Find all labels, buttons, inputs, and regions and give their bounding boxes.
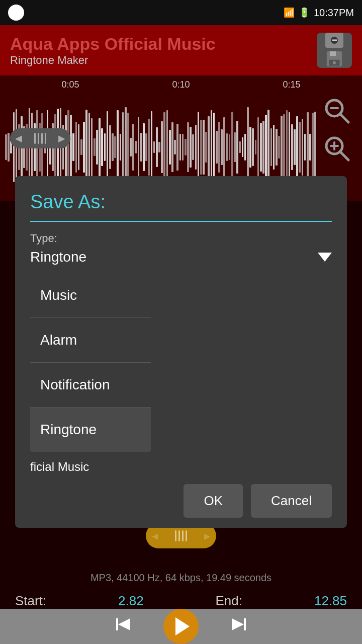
waveform-bar [190,127,192,168]
dialog-title: Save As: [30,191,332,213]
waveform-bar [247,107,249,187]
svg-marker-11 [116,618,118,630]
waveform-bar [231,112,233,182]
waveform-bar [166,110,168,185]
dropdown-item-ringtone[interactable]: Ringtone [30,408,151,452]
waveform-bar [289,112,291,182]
app-header: Aqua Apps Official Music Ringtone Maker … [0,25,362,75]
waveform-bar [72,133,74,161]
waveform-bar [252,128,254,166]
waveform-bar [267,110,269,184]
waveform-bar [304,134,306,160]
dropdown-arrow-icon [318,253,332,262]
waveform-bar [145,133,147,161]
floppy-disk-icon [323,50,345,68]
trim-info-bar: Start: 2.82 End: 12.85 [0,593,362,609]
waveform-bar [130,138,132,156]
waveform-bar [255,140,257,154]
waveform-bar [307,112,309,182]
waveform-bar [198,112,200,183]
waveform-bar [239,141,241,153]
play-button[interactable] [163,609,199,644]
waveform-bar [286,110,288,185]
scroll-handle-top[interactable]: ◀ ▶ [10,128,70,148]
waveform-bar [242,137,244,157]
waveform-bar [244,134,246,160]
type-selector[interactable]: Ringtone [30,249,332,265]
waveform-bar [205,132,207,163]
svg-marker-12 [118,618,130,630]
skip-previous-button[interactable] [113,614,133,639]
waveform-bar [216,131,218,163]
time-marker-3: 0:15 [283,79,300,90]
ok-button[interactable]: OK [184,484,243,518]
waveform-bar [99,118,101,176]
waveform-bar [138,117,140,177]
waveform-bar [85,110,87,185]
android-icon [8,5,24,21]
zoom-out-icon [323,97,351,125]
waveform-bar [127,113,129,182]
svg-line-10 [340,151,348,160]
waveform-bar [200,120,202,175]
start-value: 2.82 [118,593,144,609]
waveform-bar [273,125,275,170]
right-arrow-icon: ▶ [58,133,65,144]
waveform-bar [94,138,96,156]
waveform-bar [299,122,301,173]
waveform-bar [135,141,137,154]
waveform-bar [169,130,171,164]
waveform-bar [221,129,223,166]
dropdown-item-alarm[interactable]: Alarm [30,318,151,363]
waveform-bar [278,136,280,158]
waveform-bar [185,139,187,155]
waveform-bar [153,141,155,153]
end-label: End: [216,593,243,609]
zoom-out-button[interactable] [322,96,352,126]
play-icon [175,617,190,635]
type-dropdown-menu: Music Alarm Notification Ringtone [30,273,151,452]
waveform-bar [223,117,225,177]
status-bar: 📶 🔋 10:37PM [0,0,362,25]
cancel-button[interactable]: Cancel [251,484,332,518]
waveform-bar [67,110,69,184]
dropdown-item-music[interactable]: Music [30,273,151,318]
waveform-bar [13,112,15,182]
waveform-bar [88,113,90,182]
svg-rect-1 [330,51,336,56]
waveform-bar [120,134,122,160]
waveform-bar [276,129,278,166]
android-logo [8,5,24,21]
waveform-bar [302,119,304,176]
dialog-buttons: OK Cancel [30,484,332,518]
battery-icon: 🔋 [299,7,310,18]
waveform-bar [78,124,80,170]
svg-point-3 [333,61,336,64]
waveform-bar [156,127,158,167]
waveform-bar [151,111,153,183]
waveform-bar [70,115,72,180]
waveform-bar [5,134,7,160]
waveform-bar [309,134,311,160]
waveform-bar [8,133,10,161]
waveform-bar [281,116,283,179]
waveform-bar [211,110,213,185]
time-ruler: 0:05 0:10 0:15 [0,79,362,90]
waveform-bar [96,130,98,165]
waveform-bar [107,111,109,183]
dropdown-item-notification[interactable]: Notification [30,363,151,408]
waveform-bar [257,117,259,177]
waveform-bar [260,123,262,172]
waveform-bar [234,132,236,162]
waveform-bar [218,122,220,173]
save-button[interactable]: ━ [317,33,352,68]
waveform-bar [114,136,116,158]
start-label: Start: [15,593,46,609]
skip-next-button[interactable] [229,614,249,639]
svg-marker-13 [232,618,244,630]
waveform-bar [236,121,238,174]
bottom-handle-lines [175,530,187,541]
waveform-bar [143,123,145,171]
waveform-bar [213,113,215,182]
zoom-in-button[interactable] [322,133,352,164]
